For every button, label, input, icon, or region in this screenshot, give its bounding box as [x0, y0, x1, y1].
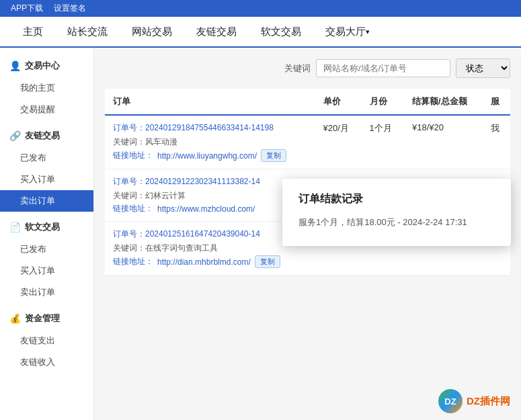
order-number-2: 订单号：20240129122302341113382-14 [113, 176, 307, 187]
col-price: 单价 [315, 89, 362, 115]
link-label-1: 链接地址： [113, 150, 153, 161]
sidebar-section-title-link-trade: 🔗 友链交易 [0, 124, 93, 147]
order-link-cell-3: 链接地址： http://dian.mhbrblmd.com/ 复制 [113, 255, 307, 268]
order-link-cell-1: 链接地址： http://www.liuyangwhg.com/ 复制 [113, 149, 307, 162]
sidebar-item-link-income[interactable]: 友链收入 [0, 351, 93, 373]
link-icon: 🔗 [9, 130, 21, 141]
keyword-label: 关键词 [284, 62, 311, 75]
link-label-3: 链接地址： [113, 256, 153, 267]
app-download-link[interactable]: APP下载 [11, 3, 43, 14]
sidebar-section-trade-center: 👤 交易中心 我的主页 交易提醒 [0, 54, 93, 120]
settings-signin-link[interactable]: 设置签名 [54, 3, 86, 14]
status-select[interactable]: 状态 全部 进行中 已完成 已取消 [456, 58, 510, 78]
order-number-1: 订单号：20240129184755446633414-14198 [113, 122, 307, 134]
layout: 👤 交易中心 我的主页 交易提醒 🔗 友链交易 已发布 买入订单 卖出订单 📄 … [0, 48, 521, 420]
copy-button-3[interactable]: 复制 [255, 255, 280, 268]
amount-cell-1: ¥18/¥20 [404, 115, 483, 169]
col-amount: 结算额/总金额 [404, 89, 483, 115]
popup-record: 服务1个月，结算18.00元 - 2024-2-24 17:31 [298, 216, 495, 230]
sidebar-item-link-expense[interactable]: 友链支出 [0, 330, 93, 351]
sidebar-item-article-buy-orders[interactable]: 买入订单 [0, 260, 93, 282]
price-cell-1: ¥20/月 [315, 115, 362, 169]
nav-trade-hall[interactable]: 交易大厅 [313, 16, 382, 47]
money-icon: 💰 [9, 313, 21, 324]
sidebar-section-title-trade-center: 👤 交易中心 [0, 54, 93, 77]
month-cell-1: 1个月 [362, 115, 404, 169]
search-input[interactable] [316, 59, 450, 77]
nav-link-trade[interactable]: 友链交易 [184, 16, 249, 47]
dz-circle-icon: DZ [438, 389, 463, 413]
order-link-cell-2: 链接地址： https://www.mzhcloud.com/ [113, 203, 307, 214]
dz-brand-text: DZ插件网 [467, 395, 510, 408]
order-keyword-1: 关键词：风车动漫 [113, 136, 307, 148]
sidebar-section-link-trade: 🔗 友链交易 已发布 买入订单 卖出订单 [0, 124, 93, 212]
col-months: 月份 [362, 89, 404, 115]
order-cell-1: 订单号：20240129184755446633414-14198 关键词：风车… [105, 115, 315, 169]
nav-article-trade[interactable]: 软文交易 [249, 16, 313, 47]
nav-home[interactable]: 主页 [11, 16, 55, 47]
person-icon: 👤 [9, 60, 21, 71]
sidebar-item-link-published[interactable]: 已发布 [0, 147, 93, 169]
sidebar-item-trade-alert[interactable]: 交易提醒 [0, 99, 93, 120]
popup-title: 订单结款记录 [298, 192, 495, 206]
status-cell-1: 我 [483, 115, 510, 169]
search-bar: 关键词 状态 全部 进行中 已完成 已取消 [105, 58, 510, 78]
sidebar-section-title-fund-mgmt: 💰 资金管理 [0, 307, 93, 330]
col-order: 订单 [105, 89, 315, 115]
sidebar-section-title-article-trade: 📄 软文交易 [0, 216, 93, 239]
sidebar-item-my-home[interactable]: 我的主页 [0, 77, 93, 99]
link-url-3: http://dian.mhbrblmd.com/ [157, 257, 251, 267]
link-label-2: 链接地址： [113, 203, 153, 214]
main-nav: 主页 站长交流 网站交易 友链交易 软文交易 交易大厅 [0, 17, 521, 48]
sidebar-item-article-sell-orders[interactable]: 卖出订单 [0, 282, 93, 303]
sidebar-item-link-sell-orders[interactable]: 卖出订单 [0, 190, 93, 212]
table-row: 订单号：20240129184755446633414-14198 关键词：风车… [105, 115, 510, 169]
col-status: 服 [483, 89, 510, 115]
sidebar: 👤 交易中心 我的主页 交易提醒 🔗 友链交易 已发布 买入订单 卖出订单 📄 … [0, 48, 94, 420]
link-url-1: http://www.liuyangwhg.com/ [157, 151, 257, 161]
dz-logo: DZ DZ插件网 [438, 389, 510, 413]
link-url-2: https://www.mzhcloud.com/ [157, 204, 255, 214]
top-bar: APP下载 设置签名 [0, 0, 521, 17]
sidebar-item-link-buy-orders[interactable]: 买入订单 [0, 169, 93, 190]
nav-webmaster[interactable]: 站长交流 [55, 16, 120, 47]
order-number-3: 订单号：20240125161647420439040-14 [113, 228, 307, 240]
settlement-popup: 订单结款记录 服务1个月，结算18.00元 - 2024-2-24 17:31 [282, 179, 511, 246]
sidebar-section-fund-mgmt: 💰 资金管理 友链支出 友链收入 [0, 307, 93, 373]
order-keyword-3: 关键词：在线字词句查询工具 [113, 243, 307, 254]
document-icon: 📄 [9, 222, 21, 233]
main-content: 关键词 状态 全部 进行中 已完成 已取消 订单 单价 月份 结算额/总金额 服 [94, 48, 521, 420]
nav-site-trade[interactable]: 网站交易 [120, 16, 184, 47]
sidebar-section-article-trade: 📄 软文交易 已发布 买入订单 卖出订单 [0, 216, 93, 303]
sidebar-item-article-published[interactable]: 已发布 [0, 239, 93, 260]
order-keyword-2: 关键词：幻林云计算 [113, 190, 307, 202]
copy-button-1[interactable]: 复制 [261, 149, 286, 162]
